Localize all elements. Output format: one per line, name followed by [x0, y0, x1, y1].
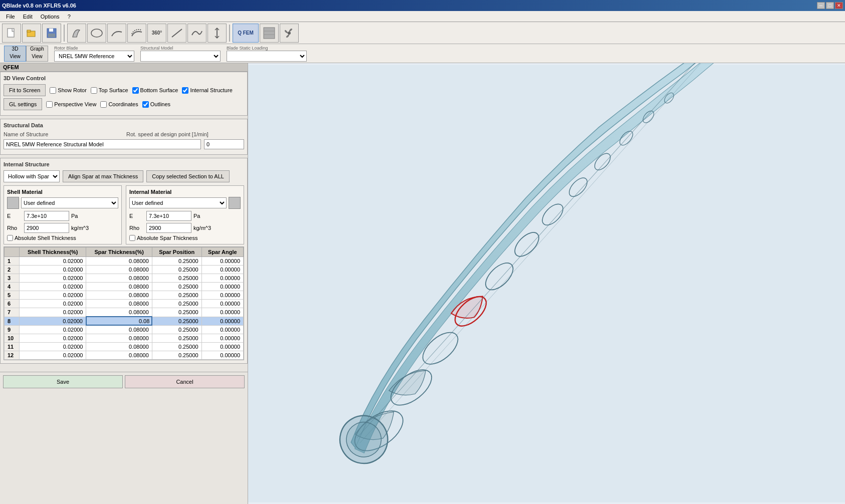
- table-cell[interactable]: 0.02000: [20, 317, 86, 325]
- top-surface-check[interactable]: Top Surface: [91, 87, 128, 94]
- table-row[interactable]: 40.020000.080000.250000.00000: [5, 283, 244, 291]
- table-cell[interactable]: 0.02000: [20, 266, 86, 274]
- show-rotor-check[interactable]: Show Rotor: [50, 87, 86, 94]
- maximize-button[interactable]: □: [826, 2, 834, 9]
- table-row[interactable]: 120.020000.080000.250000.00000: [5, 351, 244, 360]
- menu-help[interactable]: ?: [64, 13, 75, 21]
- table-cell[interactable]: 0.00000: [201, 266, 243, 274]
- table-row[interactable]: 110.020000.080000.250000.00000: [5, 343, 244, 351]
- line2-button[interactable]: [187, 24, 206, 43]
- shell-rho-input[interactable]: [24, 223, 69, 233]
- table-cell[interactable]: 0.02000: [20, 300, 86, 308]
- table-cell[interactable]: 0.02000: [20, 343, 86, 351]
- shell-e-input[interactable]: [24, 211, 69, 221]
- rot-speed-input[interactable]: [204, 139, 244, 149]
- table-cell[interactable]: 0.08000: [86, 274, 152, 283]
- minimize-button[interactable]: ─: [817, 2, 825, 9]
- table-row[interactable]: 100.020000.080000.250000.00000: [5, 334, 244, 343]
- int-rho-input[interactable]: [146, 223, 191, 233]
- coordinates-checkbox[interactable]: [100, 101, 107, 108]
- table-cell[interactable]: 0.08000: [86, 300, 152, 308]
- table-cell[interactable]: 0.25000: [152, 334, 201, 343]
- cancel-button[interactable]: Cancel: [125, 375, 245, 388]
- table-cell[interactable]: 0.00000: [201, 283, 243, 291]
- table-cell[interactable]: [86, 317, 152, 325]
- menu-edit[interactable]: Edit: [19, 13, 37, 21]
- fit-to-screen-button[interactable]: Fit to Screen: [4, 84, 46, 96]
- table-cell[interactable]: 0.25000: [152, 283, 201, 291]
- table-row[interactable]: 10.020000.080000.250000.00000: [5, 257, 244, 266]
- table-cell[interactable]: 0.08000: [86, 266, 152, 274]
- table-cell[interactable]: 0.00000: [201, 325, 243, 334]
- table-cell[interactable]: 0.00000: [201, 257, 243, 266]
- show-rotor-checkbox[interactable]: [50, 87, 56, 94]
- new-button[interactable]: [2, 24, 21, 43]
- table-cell[interactable]: 0.00000: [201, 351, 243, 360]
- line1-button[interactable]: [167, 24, 186, 43]
- shell-abs-check[interactable]: Absolute Shell Thickness: [7, 235, 118, 241]
- name-of-structure-input[interactable]: [4, 139, 201, 149]
- table-cell[interactable]: 0.25000: [152, 291, 201, 300]
- table-cell[interactable]: 0.25000: [152, 351, 201, 360]
- table-cell[interactable]: 0.00000: [201, 291, 243, 300]
- arrow-button[interactable]: [207, 24, 227, 43]
- table-cell[interactable]: 0.02000: [20, 334, 86, 343]
- graph-view-button[interactable]: Graph View: [26, 46, 48, 62]
- table-cell[interactable]: 0.02000: [20, 325, 86, 334]
- shell-abs-checkbox[interactable]: [7, 235, 13, 241]
- rotor3d-button[interactable]: [280, 24, 299, 43]
- panel-scroll[interactable]: 3D View Control Fit to Screen Show Rotor…: [0, 72, 248, 372]
- gray-button[interactable]: [260, 24, 279, 43]
- table-cell[interactable]: 0.00000: [201, 308, 243, 317]
- table-row[interactable]: 30.020000.080000.250000.00000: [5, 274, 244, 283]
- table-cell[interactable]: 0.08000: [86, 257, 152, 266]
- structural-model-select[interactable]: [140, 51, 221, 62]
- blade-editor-button[interactable]: [67, 24, 86, 43]
- menu-file[interactable]: File: [2, 13, 19, 21]
- gl-settings-button[interactable]: GL settings: [4, 98, 42, 110]
- table-cell[interactable]: 0.25000: [152, 300, 201, 308]
- bottom-surface-checkbox[interactable]: [132, 87, 139, 94]
- bottom-surface-check[interactable]: Bottom Surface: [132, 87, 178, 94]
- table-cell[interactable]: 0.25000: [152, 317, 201, 325]
- table-row[interactable]: 90.020000.080000.250000.00000: [5, 325, 244, 334]
- qfem-button[interactable]: Q FEM: [233, 24, 259, 43]
- int-color-swatch[interactable]: [229, 197, 241, 209]
- table-cell[interactable]: 0.02000: [20, 291, 86, 300]
- int-abs-check[interactable]: Absolute Spar Thickness: [129, 235, 241, 241]
- table-cell[interactable]: 0.25000: [152, 308, 201, 317]
- table-cell[interactable]: 0.00000: [201, 274, 243, 283]
- table-cell[interactable]: 0.02000: [20, 308, 86, 317]
- table-cell[interactable]: 0.02000: [20, 351, 86, 360]
- internal-structure-checkbox[interactable]: [182, 87, 188, 94]
- table-row[interactable]: 80.020000.250000.00000: [5, 317, 244, 325]
- blade-loading-select[interactable]: [227, 51, 307, 62]
- 360-button[interactable]: 360°: [147, 24, 166, 43]
- int-abs-checkbox[interactable]: [129, 235, 135, 241]
- internal-structure-check[interactable]: Internal Structure: [182, 87, 232, 94]
- top-surface-checkbox[interactable]: [91, 87, 97, 94]
- table-cell[interactable]: 0.02000: [20, 257, 86, 266]
- coordinates-check[interactable]: Coordinates: [100, 101, 138, 108]
- copy-section-button[interactable]: Copy selected Section to ALL: [146, 170, 230, 182]
- outlines-checkbox[interactable]: [142, 101, 149, 108]
- window-controls[interactable]: ─ □ ✕: [817, 2, 843, 9]
- table-cell[interactable]: 0.25000: [152, 343, 201, 351]
- table-cell[interactable]: 0.08000: [86, 334, 152, 343]
- 3d-view-button[interactable]: 3D View: [4, 46, 26, 62]
- table-cell[interactable]: 0.25000: [152, 274, 201, 283]
- menu-options[interactable]: Options: [37, 13, 64, 21]
- table-cell[interactable]: 0.00000: [201, 317, 243, 325]
- perspective-check[interactable]: Perspective View: [46, 101, 96, 108]
- table-cell[interactable]: 0.25000: [152, 257, 201, 266]
- table-cell[interactable]: 0.08000: [86, 291, 152, 300]
- table-cell[interactable]: 0.25000: [152, 266, 201, 274]
- table-row[interactable]: 20.020000.080000.250000.00000: [5, 266, 244, 274]
- open-button[interactable]: [22, 24, 41, 43]
- rotor-button[interactable]: [127, 24, 146, 43]
- table-cell[interactable]: 0.08000: [86, 343, 152, 351]
- data-table-container[interactable]: Shell Thickness(%) Spar Thickness(%) Spa…: [4, 246, 244, 360]
- table-cell[interactable]: 0.02000: [20, 274, 86, 283]
- table-row[interactable]: 60.020000.080000.250000.00000: [5, 300, 244, 308]
- table-cell[interactable]: 0.00000: [201, 343, 243, 351]
